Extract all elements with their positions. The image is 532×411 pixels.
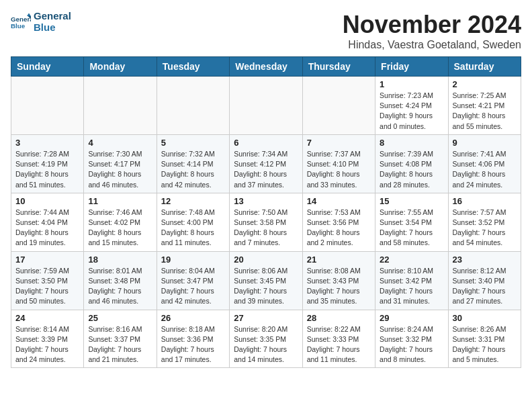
logo-general: General: [34, 11, 71, 22]
day-number: 28: [307, 313, 371, 323]
day-info: Sunrise: 7:57 AM Sunset: 3:52 PM Dayligh…: [453, 208, 517, 248]
day-number: 17: [15, 255, 79, 265]
day-info: Sunrise: 7:53 AM Sunset: 3:56 PM Dayligh…: [307, 208, 371, 248]
day-info: Sunrise: 7:44 AM Sunset: 4:04 PM Dayligh…: [15, 208, 79, 248]
calendar-cell: 20Sunrise: 8:06 AM Sunset: 3:45 PM Dayli…: [230, 251, 302, 310]
calendar-week-2: 3Sunrise: 7:28 AM Sunset: 4:19 PM Daylig…: [11, 134, 521, 193]
day-number: 20: [234, 255, 298, 265]
calendar-cell: [157, 77, 229, 135]
calendar-cell: 5Sunrise: 7:32 AM Sunset: 4:14 PM Daylig…: [157, 134, 229, 193]
day-info: Sunrise: 8:26 AM Sunset: 3:31 PM Dayligh…: [453, 324, 517, 365]
day-number: 19: [161, 255, 225, 265]
calendar-week-1: 1Sunrise: 7:23 AM Sunset: 4:24 PM Daylig…: [11, 77, 521, 135]
calendar-cell: 14Sunrise: 7:53 AM Sunset: 3:56 PM Dayli…: [302, 193, 375, 251]
day-info: Sunrise: 8:22 AM Sunset: 3:33 PM Dayligh…: [307, 324, 371, 365]
day-number: 6: [234, 138, 298, 148]
day-info: Sunrise: 7:32 AM Sunset: 4:14 PM Dayligh…: [161, 149, 225, 190]
day-number: 22: [380, 255, 443, 265]
calendar-cell: 15Sunrise: 7:55 AM Sunset: 3:54 PM Dayli…: [375, 193, 448, 251]
title-block: November 2024 Hindas, Vaestra Goetaland,…: [343, 11, 521, 51]
day-number: 1: [380, 79, 443, 89]
day-info: Sunrise: 8:04 AM Sunset: 3:47 PM Dayligh…: [161, 266, 225, 307]
svg-text:General: General: [11, 15, 31, 22]
calendar-cell: 11Sunrise: 7:46 AM Sunset: 4:02 PM Dayli…: [84, 193, 157, 251]
day-info: Sunrise: 7:48 AM Sunset: 4:00 PM Dayligh…: [161, 208, 225, 248]
day-number: 30: [453, 313, 517, 323]
day-info: Sunrise: 7:46 AM Sunset: 4:02 PM Dayligh…: [88, 208, 152, 248]
day-number: 9: [453, 138, 517, 148]
calendar-week-3: 10Sunrise: 7:44 AM Sunset: 4:04 PM Dayli…: [11, 193, 521, 251]
day-info: Sunrise: 7:25 AM Sunset: 4:21 PM Dayligh…: [453, 91, 517, 132]
day-info: Sunrise: 7:37 AM Sunset: 4:10 PM Dayligh…: [307, 149, 371, 190]
calendar-cell: 13Sunrise: 7:50 AM Sunset: 3:58 PM Dayli…: [230, 193, 302, 251]
day-info: Sunrise: 7:39 AM Sunset: 4:08 PM Dayligh…: [380, 149, 443, 190]
calendar-cell: 25Sunrise: 8:16 AM Sunset: 3:37 PM Dayli…: [84, 310, 157, 368]
calendar-cell: 26Sunrise: 8:18 AM Sunset: 3:36 PM Dayli…: [157, 310, 229, 368]
calendar-cell: 9Sunrise: 7:41 AM Sunset: 4:06 PM Daylig…: [448, 134, 521, 193]
day-info: Sunrise: 8:01 AM Sunset: 3:48 PM Dayligh…: [88, 266, 152, 307]
calendar-cell: 29Sunrise: 8:24 AM Sunset: 3:32 PM Dayli…: [375, 310, 448, 368]
calendar-cell: [302, 77, 375, 135]
calendar-cell: 2Sunrise: 7:25 AM Sunset: 4:21 PM Daylig…: [448, 77, 521, 135]
day-number: 2: [453, 79, 517, 89]
day-number: 10: [15, 196, 79, 206]
calendar-cell: 7Sunrise: 7:37 AM Sunset: 4:10 PM Daylig…: [302, 134, 375, 193]
logo-icon: General Blue: [11, 12, 31, 32]
calendar-cell: 30Sunrise: 8:26 AM Sunset: 3:31 PM Dayli…: [448, 310, 521, 368]
day-info: Sunrise: 7:28 AM Sunset: 4:19 PM Dayligh…: [15, 149, 79, 190]
day-number: 24: [15, 313, 79, 323]
calendar-week-4: 17Sunrise: 7:59 AM Sunset: 3:50 PM Dayli…: [11, 251, 521, 310]
day-info: Sunrise: 8:10 AM Sunset: 3:42 PM Dayligh…: [380, 266, 443, 307]
day-number: 4: [88, 138, 152, 148]
calendar-cell: 24Sunrise: 8:14 AM Sunset: 3:39 PM Dayli…: [11, 310, 84, 368]
calendar-cell: 23Sunrise: 8:12 AM Sunset: 3:40 PM Dayli…: [448, 251, 521, 310]
day-number: 3: [15, 138, 79, 148]
calendar-cell: 19Sunrise: 8:04 AM Sunset: 3:47 PM Dayli…: [157, 251, 229, 310]
calendar-cell: 18Sunrise: 8:01 AM Sunset: 3:48 PM Dayli…: [84, 251, 157, 310]
calendar-week-5: 24Sunrise: 8:14 AM Sunset: 3:39 PM Dayli…: [11, 310, 521, 368]
weekday-header-friday: Friday: [375, 57, 448, 77]
day-info: Sunrise: 8:12 AM Sunset: 3:40 PM Dayligh…: [453, 266, 517, 307]
day-number: 11: [88, 196, 152, 206]
weekday-header-monday: Monday: [84, 57, 157, 77]
calendar-cell: [84, 77, 157, 135]
calendar-cell: 1Sunrise: 7:23 AM Sunset: 4:24 PM Daylig…: [375, 77, 448, 135]
weekday-header-sunday: Sunday: [11, 57, 84, 77]
month-title: November 2024: [343, 11, 521, 39]
day-number: 7: [307, 138, 371, 148]
day-number: 13: [234, 196, 298, 206]
svg-text:Blue: Blue: [11, 22, 26, 30]
svg-marker-2: [27, 13, 31, 16]
day-number: 14: [307, 196, 371, 206]
day-number: 8: [380, 138, 443, 148]
day-number: 25: [88, 313, 152, 323]
calendar-cell: 28Sunrise: 8:22 AM Sunset: 3:33 PM Dayli…: [302, 310, 375, 368]
day-number: 15: [380, 196, 443, 206]
day-number: 18: [88, 255, 152, 265]
day-info: Sunrise: 7:34 AM Sunset: 4:12 PM Dayligh…: [234, 149, 298, 190]
weekday-header-saturday: Saturday: [448, 57, 521, 77]
day-number: 12: [161, 196, 225, 206]
calendar-cell: 3Sunrise: 7:28 AM Sunset: 4:19 PM Daylig…: [11, 134, 84, 193]
day-info: Sunrise: 8:06 AM Sunset: 3:45 PM Dayligh…: [234, 266, 298, 307]
logo: General Blue General Blue: [11, 11, 71, 33]
day-number: 23: [453, 255, 517, 265]
weekday-header-row: SundayMondayTuesdayWednesdayThursdayFrid…: [11, 57, 521, 77]
day-info: Sunrise: 7:30 AM Sunset: 4:17 PM Dayligh…: [88, 149, 152, 190]
day-info: Sunrise: 7:23 AM Sunset: 4:24 PM Dayligh…: [380, 91, 443, 132]
calendar-table: SundayMondayTuesdayWednesdayThursdayFrid…: [11, 56, 521, 368]
weekday-header-tuesday: Tuesday: [157, 57, 229, 77]
logo-blue: Blue: [34, 22, 71, 34]
day-info: Sunrise: 7:59 AM Sunset: 3:50 PM Dayligh…: [15, 266, 79, 307]
day-number: 16: [453, 196, 517, 206]
location-subtitle: Hindas, Vaestra Goetaland, Sweden: [343, 39, 521, 51]
day-number: 5: [161, 138, 225, 148]
day-info: Sunrise: 8:24 AM Sunset: 3:32 PM Dayligh…: [380, 324, 443, 365]
calendar-cell: 12Sunrise: 7:48 AM Sunset: 4:00 PM Dayli…: [157, 193, 229, 251]
day-number: 21: [307, 255, 371, 265]
calendar-cell: 4Sunrise: 7:30 AM Sunset: 4:17 PM Daylig…: [84, 134, 157, 193]
day-number: 29: [380, 313, 443, 323]
calendar-cell: [11, 77, 84, 135]
weekday-header-wednesday: Wednesday: [230, 57, 302, 77]
day-number: 26: [161, 313, 225, 323]
